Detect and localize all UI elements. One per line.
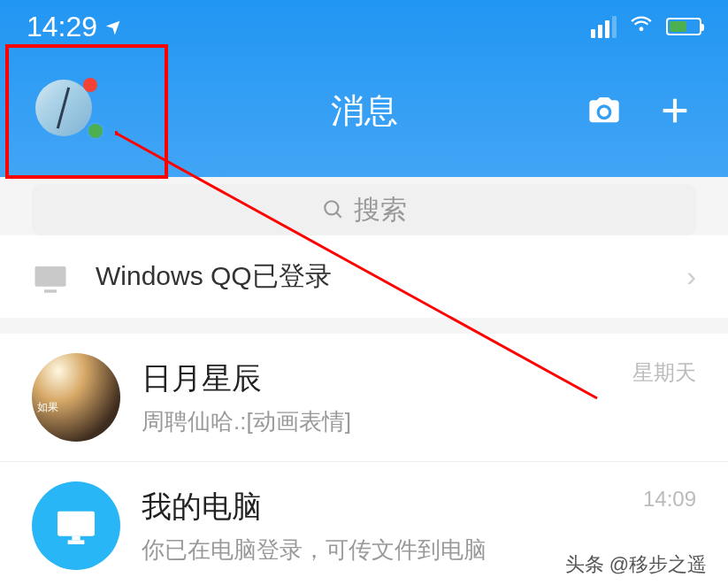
svg-rect-5 — [35, 266, 66, 287]
watermark: 头条 @移步之遥 — [565, 551, 707, 578]
svg-rect-9 — [72, 536, 80, 541]
chat-time: 14:09 — [643, 487, 696, 512]
chat-time: 星期天 — [632, 358, 696, 387]
online-status-dot — [87, 122, 104, 140]
search-placeholder: 搜索 — [354, 192, 407, 228]
camera-icon[interactable] — [586, 93, 622, 128]
monitor-icon — [32, 260, 69, 294]
chat-preview: 周聘仙哈.:[动画表情] — [142, 406, 611, 437]
chat-name: 我的电脑 — [142, 487, 622, 527]
login-notice-text: Windows QQ已登录 — [96, 258, 660, 295]
signal-icon — [591, 16, 617, 38]
page-title: 消息 — [331, 89, 398, 134]
battery-icon — [666, 18, 701, 35]
chat-item[interactable]: 日月星辰 周聘仙哈.:[动画表情] 星期天 — [0, 334, 728, 462]
svg-rect-7 — [57, 512, 95, 536]
svg-point-0 — [611, 103, 616, 107]
wifi-icon — [629, 12, 654, 41]
status-bar: 14:29 ➤ — [0, 0, 728, 53]
svg-rect-6 — [44, 289, 57, 293]
svg-point-3 — [325, 201, 338, 214]
profile-avatar[interactable] — [35, 80, 97, 142]
chat-name: 日月星辰 — [142, 358, 611, 399]
location-icon: ➤ — [101, 12, 128, 40]
chat-preview: 你已在电脑登录，可传文件到电脑 — [142, 535, 622, 566]
search-input[interactable]: 搜索 — [32, 184, 696, 235]
svg-line-4 — [336, 212, 341, 217]
chat-avatar — [32, 353, 120, 442]
chat-avatar — [32, 481, 120, 570]
chevron-right-icon: › — [686, 260, 696, 293]
pc-login-notice[interactable]: Windows QQ已登录 › — [0, 235, 728, 334]
notification-dot — [83, 78, 97, 92]
plus-icon[interactable] — [657, 93, 693, 128]
svg-rect-8 — [68, 540, 85, 544]
status-time: 14:29 — [27, 11, 97, 43]
